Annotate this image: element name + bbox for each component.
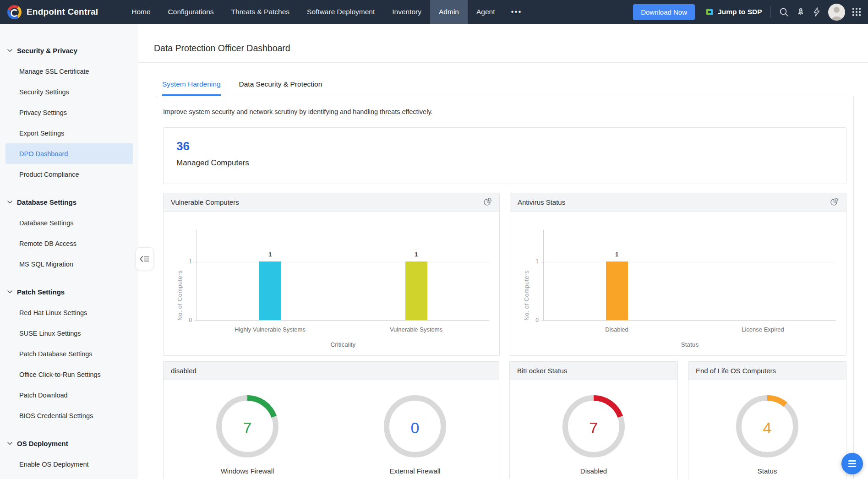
system-hardening-panel: Improve system security and network scru… bbox=[156, 96, 854, 479]
section-title: Patch Settings bbox=[17, 288, 65, 296]
collapse-sidebar-icon bbox=[140, 256, 150, 262]
donut-disabled[interactable]: 7Disabled bbox=[559, 392, 628, 475]
chevron-down-icon bbox=[7, 201, 12, 204]
bitlocker-status-card: BitLocker Status 7Disabled bbox=[509, 361, 678, 479]
page-title: Data Protection Officer Dashboard bbox=[138, 24, 868, 54]
bar-value-label: 1 bbox=[268, 251, 272, 258]
card-header: BitLocker Status bbox=[510, 362, 677, 380]
sidebar-item-export-settings[interactable]: Export Settings bbox=[0, 123, 138, 143]
sidebar-item-database-settings[interactable]: Database Settings bbox=[0, 212, 138, 233]
sidebar-item-manage-ssl-certificate[interactable]: Manage SSL Certificate bbox=[0, 61, 138, 82]
download-now-button[interactable]: Download Now bbox=[633, 4, 695, 20]
card-title: Vulnerable Computers bbox=[171, 198, 239, 206]
chevron-down-icon bbox=[7, 442, 12, 445]
card-header: End of Life OS Computers bbox=[688, 362, 846, 380]
title-divider bbox=[138, 62, 868, 63]
panel-description: Improve system security and network scru… bbox=[163, 108, 846, 115]
nav-item-admin[interactable]: Admin bbox=[430, 0, 468, 24]
nav-item-home[interactable]: Home bbox=[123, 0, 159, 24]
sidebar-item-suse-linux-settings[interactable]: SUSE Linux Settings bbox=[0, 323, 138, 343]
shortcuts-lightning-icon[interactable] bbox=[813, 7, 821, 16]
main-content: Data Protection Officer Dashboard System… bbox=[138, 24, 868, 479]
card-title: disabled bbox=[171, 367, 197, 375]
end-of-life-os-card: End of Life OS Computers 4Status bbox=[688, 361, 846, 479]
sidebar-item-red-hat-linux-settings[interactable]: Red Hat Linux Settings bbox=[0, 302, 138, 323]
donut-label-windows-firewall: Windows Firewall bbox=[221, 467, 274, 475]
sidebar-item-product-compliance[interactable]: Product Compliance bbox=[0, 164, 138, 185]
y-tick-mark bbox=[194, 321, 197, 321]
sidebar-section-security-privacy: Security & PrivacyManage SSL Certificate… bbox=[0, 40, 138, 185]
user-avatar[interactable] bbox=[828, 4, 845, 21]
y-tick-label: 1 bbox=[526, 258, 539, 265]
endpoint-central-logo-icon bbox=[7, 5, 22, 19]
managed-computers-card: 36 Managed Computers bbox=[163, 127, 846, 184]
nav-item-agent[interactable]: Agent bbox=[468, 0, 504, 24]
sidebar-item-office-click-to-run-settings[interactable]: Office Click-to-Run Settings bbox=[0, 364, 138, 385]
sidebar-item-dpo-dashboard[interactable]: DPO Dashboard bbox=[5, 143, 133, 164]
vulnerable-computers-card: Vulnerable Computers 1Highly Vulnerable … bbox=[163, 193, 500, 356]
sidebar-item-patch-database-settings[interactable]: Patch Database Settings bbox=[0, 343, 138, 364]
bar-vulnerable-systems[interactable] bbox=[405, 261, 427, 320]
card-header: disabled bbox=[164, 362, 499, 380]
search-icon[interactable] bbox=[779, 7, 789, 17]
pie-chart-icon[interactable] bbox=[483, 197, 492, 207]
donut-windows-firewall[interactable]: 7Windows Firewall bbox=[213, 392, 282, 475]
sidebar-item-bios-credential-settings[interactable]: BIOS Credential Settings bbox=[0, 405, 138, 426]
dashboard-tabs: System Hardening Data Security & Protect… bbox=[156, 80, 854, 96]
sidebar-section-header-security-privacy[interactable]: Security & Privacy bbox=[0, 40, 138, 61]
sidebar-item-remote-db-access[interactable]: Remote DB Access bbox=[0, 233, 138, 254]
jump-to-sdp-link[interactable]: Jump to SDP bbox=[705, 7, 762, 16]
tab-system-hardening[interactable]: System Hardening bbox=[162, 80, 221, 96]
section-title: Security & Privacy bbox=[17, 47, 77, 54]
x-axis-title: Criticality bbox=[197, 341, 489, 348]
bar-highly-vulnerable-systems[interactable] bbox=[259, 261, 281, 320]
svg-text:7: 7 bbox=[590, 419, 598, 436]
managed-computers-count[interactable]: 36 bbox=[176, 139, 846, 153]
settings-sidebar: Security & PrivacyManage SSL Certificate… bbox=[0, 24, 138, 479]
donut-cards-row: disabled 7Windows Firewall0External Fire… bbox=[163, 361, 846, 479]
sidebar-item-enable-os-deployment[interactable]: Enable OS Deployment bbox=[0, 454, 138, 474]
sidebar-item-patch-download[interactable]: Patch Download bbox=[0, 385, 138, 405]
jump-to-sdp-label: Jump to SDP bbox=[718, 8, 762, 16]
sidebar-section-header-database-settings[interactable]: Database Settings bbox=[0, 192, 138, 212]
firewall-disabled-card: disabled 7Windows Firewall0External Fire… bbox=[163, 361, 499, 479]
section-title: Database Settings bbox=[17, 198, 76, 206]
gridline bbox=[544, 262, 836, 262]
donut-status[interactable]: 4Status bbox=[733, 392, 802, 475]
sidebar-item-ms-sql-migration[interactable]: MS SQL Migration bbox=[0, 254, 138, 274]
sidebar-section-header-os-deployment[interactable]: OS Deployment bbox=[0, 433, 138, 454]
sidebar-collapse-button[interactable] bbox=[136, 247, 154, 270]
y-tick-mark bbox=[194, 262, 197, 262]
bar-value-label: 1 bbox=[415, 251, 418, 258]
nav-right-cluster: Download Now Jump to SDP bbox=[633, 0, 861, 24]
sidebar-section-database-settings: Database SettingsDatabase SettingsRemote… bbox=[0, 192, 138, 274]
donut-external-firewall[interactable]: 0External Firewall bbox=[381, 392, 449, 475]
x-category-label: License Expired bbox=[742, 326, 784, 333]
tab-data-security-protection[interactable]: Data Security & Protection bbox=[239, 80, 322, 96]
sdp-icon bbox=[705, 7, 714, 16]
chevron-down-icon bbox=[7, 49, 12, 52]
sidebar-item-security-settings[interactable]: Security Settings bbox=[0, 82, 138, 102]
donut-label-external-firewall: External Firewall bbox=[390, 467, 441, 475]
y-tick-label: 0 bbox=[526, 317, 539, 323]
sidebar-section-patch-settings: Patch SettingsRed Hat Linux SettingsSUSE… bbox=[0, 282, 138, 426]
primary-nav: HomeConfigurationsThreats & PatchesSoftw… bbox=[123, 0, 503, 24]
bar-disabled[interactable] bbox=[606, 261, 628, 320]
floating-menu-button[interactable] bbox=[841, 453, 863, 474]
x-category-label: Vulnerable Systems bbox=[390, 326, 442, 333]
brand-title: Endpoint Central bbox=[27, 7, 98, 17]
sidebar-item-os-deployment-settings[interactable]: OS Deployment settings bbox=[0, 474, 138, 479]
section-title: OS Deployment bbox=[17, 440, 68, 447]
nav-item-configurations[interactable]: Configurations bbox=[159, 0, 223, 24]
pie-chart-icon[interactable] bbox=[830, 197, 839, 207]
nav-item-inventory[interactable]: Inventory bbox=[383, 0, 430, 24]
sidebar-section-header-patch-settings[interactable]: Patch Settings bbox=[0, 282, 138, 302]
svg-text:0: 0 bbox=[411, 419, 420, 436]
whats-new-rocket-icon[interactable] bbox=[796, 7, 805, 16]
card-title: BitLocker Status bbox=[517, 367, 567, 375]
nav-more-menu[interactable]: ••• bbox=[503, 0, 529, 24]
apps-grid-icon[interactable] bbox=[852, 8, 861, 16]
nav-item-software-deployment[interactable]: Software Deployment bbox=[298, 0, 383, 24]
sidebar-item-privacy-settings[interactable]: Privacy Settings bbox=[0, 102, 138, 123]
nav-item-threats-patches[interactable]: Threats & Patches bbox=[223, 0, 299, 24]
